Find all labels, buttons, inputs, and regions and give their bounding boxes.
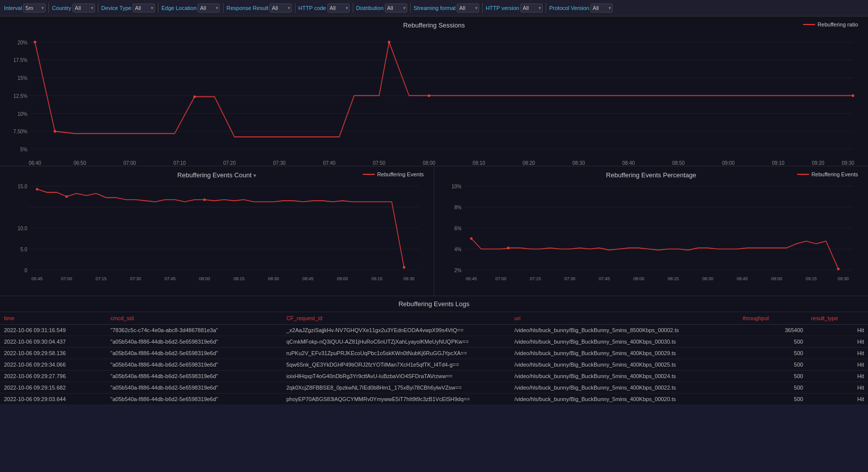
table-row[interactable]: 2022-10-06 09:29:34.066 "a05b540a-f886-4… bbox=[0, 359, 868, 371]
svg-text:15%: 15% bbox=[17, 75, 28, 81]
count-dropdown-icon[interactable]: ▾ bbox=[253, 172, 256, 178]
http-version-select[interactable]: All bbox=[520, 3, 543, 12]
country-select[interactable]: All bbox=[72, 3, 95, 12]
divider-5 bbox=[295, 3, 295, 13]
distribution-label: Distribution bbox=[356, 5, 384, 11]
divider-3 bbox=[158, 3, 158, 13]
distribution-select[interactable]: All bbox=[385, 3, 407, 12]
th-throughput[interactable]: throughput bbox=[739, 312, 807, 325]
table-row[interactable]: 2022-10-06 09:29:27.796 "a05b540a-f886-4… bbox=[0, 371, 868, 382]
svg-text:08:00: 08:00 bbox=[423, 159, 435, 166]
cell-cmcd: "a05b540a-f886-44db-b6d2-5e6598319e6d" bbox=[106, 394, 282, 405]
svg-point-60 bbox=[65, 195, 68, 198]
svg-point-34 bbox=[193, 95, 196, 98]
svg-text:08:00: 08:00 bbox=[633, 276, 644, 281]
cell-throughput: 500 bbox=[739, 394, 807, 405]
divider-6 bbox=[353, 3, 353, 13]
svg-point-35 bbox=[388, 41, 390, 44]
svg-text:08:50: 08:50 bbox=[672, 159, 685, 166]
svg-text:07:45: 07:45 bbox=[599, 276, 610, 281]
cell-uri: /video/hls/buck_bunny/Big_BuckBunny_5min… bbox=[511, 325, 739, 336]
divider-7 bbox=[410, 3, 411, 13]
rebuffering-events-legend-left: Rebuffering Events bbox=[363, 171, 424, 177]
svg-text:20%: 20% bbox=[17, 39, 28, 45]
svg-text:7.50%: 7.50% bbox=[13, 128, 28, 135]
svg-text:06:45: 06:45 bbox=[466, 276, 477, 281]
th-cmcd[interactable]: cmcd_sid bbox=[106, 312, 282, 325]
svg-text:09:15: 09:15 bbox=[806, 276, 817, 281]
http-code-select[interactable]: All bbox=[327, 3, 350, 12]
svg-text:10%: 10% bbox=[452, 183, 462, 189]
country-filter: Country All bbox=[52, 3, 95, 12]
rebuffering-events-table: time cmcd_sid CF_request_id uri throughp… bbox=[0, 312, 868, 405]
svg-text:07:50: 07:50 bbox=[373, 159, 385, 166]
svg-text:07:20: 07:20 bbox=[223, 159, 236, 166]
svg-point-32 bbox=[33, 41, 36, 44]
cell-cf: 5qw6Snk_QE3YkDGHP49tiORJ2fzYOTilMan7XcH1… bbox=[282, 359, 511, 371]
svg-text:07:00: 07:00 bbox=[123, 159, 136, 166]
cell-result-type: Hit bbox=[807, 348, 868, 359]
svg-text:07:40: 07:40 bbox=[323, 159, 335, 166]
cell-cmcd: "a05b540a-f886-44db-b6d2-5e6598319e6d" bbox=[106, 336, 282, 348]
cell-throughput: 500 bbox=[739, 348, 807, 359]
table-header-row: time cmcd_sid CF_request_id uri throughp… bbox=[0, 312, 868, 325]
svg-text:08:45: 08:45 bbox=[302, 276, 313, 281]
svg-text:09:30: 09:30 bbox=[838, 276, 849, 281]
legend-line-ratio bbox=[803, 24, 815, 25]
legend-line-events-right bbox=[797, 174, 809, 175]
table-row[interactable]: 2022-10-06 09:29:15.682 "a05b540a-f886-4… bbox=[0, 382, 868, 394]
response-result-label: Response Result bbox=[226, 5, 268, 11]
protocol-version-select[interactable]: All bbox=[590, 3, 613, 12]
svg-text:09:00: 09:00 bbox=[337, 276, 348, 281]
interval-label: Interval bbox=[4, 5, 22, 11]
table-row[interactable]: 2022-10-06 09:30:04.437 "a05b540a-f886-4… bbox=[0, 336, 868, 348]
cell-throughput: 500 bbox=[739, 382, 807, 394]
svg-text:8%: 8% bbox=[454, 204, 461, 210]
http-code-label: HTTP code bbox=[298, 5, 326, 11]
svg-text:09:30: 09:30 bbox=[842, 159, 855, 166]
table-row[interactable]: 2022-10-06 09:29:58.136 "a05b540a-f886-4… bbox=[0, 348, 868, 359]
device-type-select[interactable]: All bbox=[132, 3, 155, 12]
cell-uri: /video/hls/buck_bunny/Big_BuckBunny_5min… bbox=[511, 382, 739, 394]
streaming-format-label: Streaming format bbox=[414, 5, 456, 11]
rebuffering-ratio-label: Rebuffering ratio bbox=[818, 21, 858, 27]
interval-select[interactable]: 5m 1m 15m bbox=[23, 3, 45, 12]
svg-text:17.5%: 17.5% bbox=[13, 57, 28, 63]
svg-text:08:10: 08:10 bbox=[473, 159, 485, 166]
edge-location-select[interactable]: All bbox=[197, 3, 220, 12]
svg-text:08:30: 08:30 bbox=[702, 276, 713, 281]
svg-text:08:15: 08:15 bbox=[233, 276, 244, 281]
http-code-filter: HTTP code All bbox=[298, 3, 349, 12]
cell-cmcd: "a05b540a-f886-44db-b6d2-5e6598319e6d" bbox=[106, 382, 282, 394]
svg-text:09:00: 09:00 bbox=[722, 159, 735, 166]
response-result-select[interactable]: All bbox=[269, 3, 292, 12]
table-body: 2022-10-06 09:31:16.549 "78362c5c-c74c-4… bbox=[0, 325, 868, 405]
svg-point-37 bbox=[852, 94, 855, 97]
th-result-type[interactable]: result_type bbox=[807, 312, 868, 325]
cell-result-type: Hit bbox=[807, 382, 868, 394]
th-uri[interactable]: uri bbox=[511, 312, 739, 325]
svg-point-86 bbox=[507, 247, 510, 249]
cell-cmcd: "78362c5c-c74c-4e0a-abc8-3d4867881e3a" bbox=[106, 325, 282, 336]
divider-8 bbox=[482, 3, 483, 13]
svg-text:09:10: 09:10 bbox=[772, 159, 785, 166]
cell-cf: qCmkMFokp-nQ3iQUU-AZ81jHuRoC6nUTZjXahLya… bbox=[282, 336, 511, 348]
rebuffering-events-legend-right: Rebuffering Events bbox=[797, 171, 858, 177]
cell-time: 2022-10-06 09:29:03.644 bbox=[0, 394, 106, 405]
table-row[interactable]: 2022-10-06 09:31:16.549 "78362c5c-c74c-4… bbox=[0, 325, 868, 336]
th-cf[interactable]: CF_request_id bbox=[282, 312, 511, 325]
cell-uri: /video/hls/buck_bunny/Big_BuckBunny_5min… bbox=[511, 371, 739, 382]
th-time[interactable]: time bbox=[0, 312, 106, 325]
country-label: Country bbox=[52, 5, 71, 11]
protocol-version-filter: Protocol Version All bbox=[549, 3, 613, 12]
svg-text:06:50: 06:50 bbox=[73, 159, 86, 166]
rebuffering-events-pct-chart: Rebuffering Events Percentage Rebufferin… bbox=[434, 166, 868, 296]
svg-text:09:00: 09:00 bbox=[771, 276, 782, 281]
cell-time: 2022-10-06 09:29:58.136 bbox=[0, 348, 106, 359]
table-row[interactable]: 2022-10-06 09:29:03.644 "a05b540a-f886-4… bbox=[0, 394, 868, 405]
svg-text:12.5%: 12.5% bbox=[13, 92, 28, 99]
streaming-format-select[interactable]: All bbox=[457, 3, 479, 12]
cell-result-type: Hit bbox=[807, 371, 868, 382]
svg-text:07:00: 07:00 bbox=[61, 276, 72, 281]
svg-point-61 bbox=[203, 198, 206, 201]
